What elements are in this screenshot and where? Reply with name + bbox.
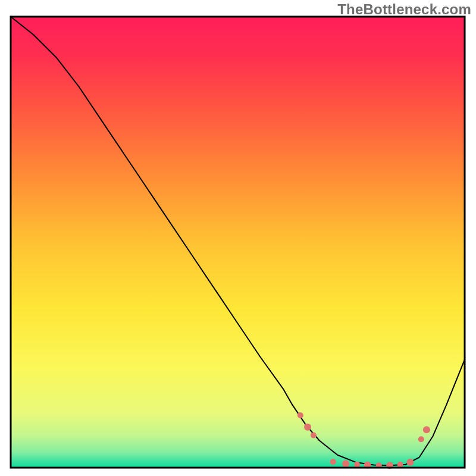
- chart-frame: TheBottleneck.com: [0, 0, 476, 476]
- data-marker: [397, 462, 403, 468]
- data-marker: [342, 460, 349, 467]
- data-marker: [418, 436, 424, 442]
- watermark-text: TheBottleneck.com: [337, 1, 471, 18]
- data-marker: [423, 426, 430, 433]
- data-marker: [311, 432, 317, 438]
- data-marker: [298, 412, 303, 418]
- data-marker: [354, 462, 360, 468]
- data-marker: [406, 459, 414, 466]
- gradient-background: [11, 17, 465, 468]
- data-marker: [304, 424, 311, 431]
- data-marker: [330, 459, 336, 465]
- bottleneck-curve-chart: [0, 0, 476, 476]
